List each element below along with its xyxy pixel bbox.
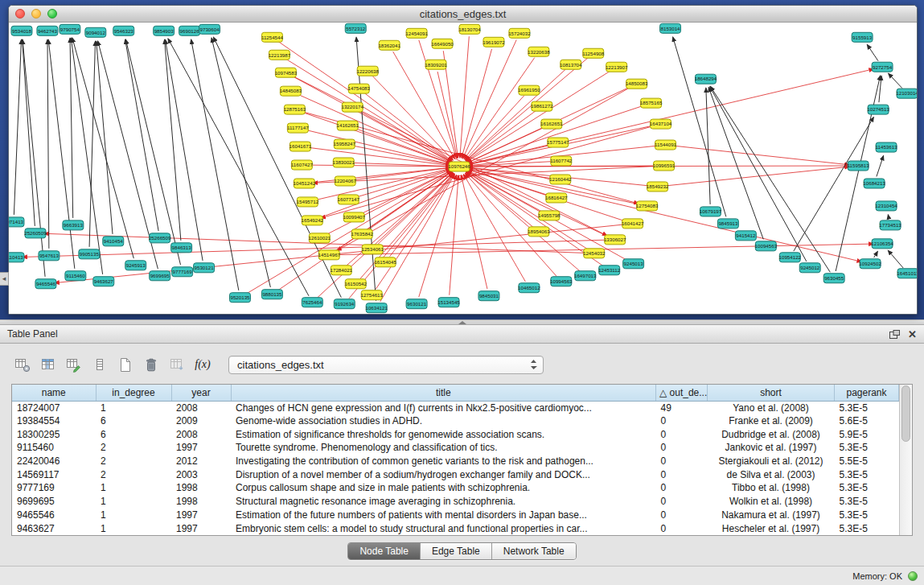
graph-node[interactable]: 9846313 bbox=[171, 243, 192, 253]
graph-node[interactable]: 12213907 bbox=[606, 62, 628, 72]
graph-node[interactable]: 13830021 bbox=[333, 158, 355, 167]
graph-node[interactable]: 11254544 bbox=[261, 32, 284, 42]
graph-node[interactable]: 9845913 bbox=[717, 219, 738, 229]
graph-node[interactable]: 11254908 bbox=[582, 48, 605, 58]
column-header-pagerank[interactable]: pagerank bbox=[835, 385, 899, 401]
table-row[interactable]: 946554611997Estimation of the future num… bbox=[12, 509, 899, 522]
graph-node[interactable]: 19861272 bbox=[531, 101, 553, 111]
graph-node[interactable]: 12213987 bbox=[269, 50, 291, 60]
graph-node[interactable]: 14514967 bbox=[318, 250, 341, 260]
graph-node[interactable]: 10094563 bbox=[755, 241, 778, 251]
graph-node[interactable]: 10954122 bbox=[779, 253, 802, 262]
graph-node[interactable]: 16150542 bbox=[345, 279, 368, 289]
graph-node[interactable]: 10679197 bbox=[700, 207, 722, 216]
graph-node[interactable]: 9272754 bbox=[872, 62, 893, 72]
graph-node[interactable]: 10813704 bbox=[560, 60, 582, 69]
graph-node[interactable]: 9463627 bbox=[93, 277, 114, 286]
graph-node[interactable]: 11453613 bbox=[876, 142, 898, 152]
graph-node[interactable]: 12204067 bbox=[335, 176, 357, 186]
function-builder-button[interactable]: f(x) bbox=[191, 354, 214, 375]
graph-node[interactable]: 15775147 bbox=[547, 138, 569, 147]
table-row[interactable]: 911546021997Tourette syndrome. Phenomeno… bbox=[12, 441, 899, 455]
graph-node[interactable]: 9845031 bbox=[478, 291, 499, 301]
graph-node[interactable]: 18648294 bbox=[695, 74, 717, 84]
graph-node[interactable]: 15495712 bbox=[297, 197, 319, 207]
graph-node[interactable]: 11595813 bbox=[848, 161, 870, 171]
graph-node[interactable]: 15134545 bbox=[437, 298, 460, 307]
table-row[interactable]: 1830029562008Estimation of significance … bbox=[12, 427, 899, 441]
graph-node[interactable]: 18575165 bbox=[640, 98, 663, 108]
close-panel-icon[interactable]: ✕ bbox=[908, 329, 917, 340]
graph-node[interactable]: 9415412 bbox=[735, 231, 756, 241]
new-document-button[interactable] bbox=[114, 354, 137, 375]
graph-node[interactable]: 12160442 bbox=[549, 175, 572, 184]
column-header-out_degree[interactable]: △ out_de... bbox=[656, 385, 708, 401]
column-header-short[interactable]: short bbox=[708, 385, 835, 401]
graph-node[interactable]: 12610021 bbox=[309, 233, 331, 243]
graph-node[interactable]: 16077147 bbox=[338, 195, 360, 204]
network-table-selector[interactable]: citations_edges.txt bbox=[228, 356, 544, 374]
graph-node[interactable]: 10974583 bbox=[275, 68, 298, 77]
graph-node[interactable]: 12534061 bbox=[361, 245, 384, 254]
graph-node[interactable]: 9663913 bbox=[63, 220, 84, 230]
table-row[interactable]: 1456911722003Disruption of a novel membe… bbox=[12, 468, 899, 481]
table-row[interactable]: 969969511998Structural magnetic resonanc… bbox=[12, 495, 899, 509]
graph-node[interactable]: 9630455 bbox=[823, 274, 844, 283]
graph-node[interactable]: 13306027 bbox=[604, 235, 626, 245]
graph-node[interactable]: 18309201 bbox=[425, 60, 447, 69]
graph-node[interactable]: 16154045 bbox=[374, 257, 396, 267]
graph-node[interactable]: 15958247 bbox=[334, 139, 356, 149]
graph-node[interactable]: 16451013 bbox=[897, 269, 917, 278]
graph-node[interactable]: 9630121 bbox=[406, 299, 427, 309]
network-window-titlebar[interactable]: citations_edges.txt bbox=[9, 6, 917, 23]
graph-node[interactable]: 9905135 bbox=[79, 249, 100, 259]
graph-node[interactable]: 16549242 bbox=[302, 216, 324, 225]
graph-node[interactable]: 9410454 bbox=[103, 237, 124, 246]
column-header-in_degree[interactable]: in_degree bbox=[96, 385, 171, 401]
tab-edge-table[interactable]: Edge Table bbox=[420, 543, 491, 559]
graph-node[interactable]: 14754083 bbox=[347, 84, 370, 93]
graph-node[interactable]: 9699695 bbox=[150, 271, 170, 281]
graph-node[interactable]: 9790754 bbox=[60, 24, 80, 34]
graph-node[interactable]: 9465546 bbox=[35, 279, 56, 289]
graph-node[interactable]: 7625464 bbox=[302, 298, 322, 307]
tab-node-table[interactable]: Node Table bbox=[348, 543, 420, 559]
graph-node[interactable]: 10451242 bbox=[294, 179, 316, 188]
graph-node[interactable]: 12103014 bbox=[896, 89, 917, 98]
graph-node[interactable]: 10274513 bbox=[867, 105, 889, 114]
show-columns-button[interactable] bbox=[37, 354, 60, 375]
graph-node[interactable]: 18362041 bbox=[378, 40, 400, 50]
graph-node[interactable]: 14845083 bbox=[280, 86, 302, 96]
column-header-title[interactable]: title bbox=[231, 385, 656, 401]
graph-node[interactable]: 25266509 bbox=[149, 233, 171, 243]
graph-node[interactable]: 18130704 bbox=[458, 24, 481, 34]
graph-node[interactable]: 9520135 bbox=[230, 293, 251, 303]
graph-node[interactable]: 9462743 bbox=[37, 26, 58, 35]
graph-node[interactable]: 9115460 bbox=[65, 271, 86, 281]
tab-network-table[interactable]: Network Table bbox=[491, 543, 576, 559]
graph-node[interactable]: 12310454 bbox=[875, 201, 897, 211]
table-row[interactable]: 977716911998Corpus callosum shape and si… bbox=[12, 481, 899, 495]
graph-node[interactable]: 10634121 bbox=[365, 303, 388, 313]
graph-node[interactable]: 9880135 bbox=[261, 290, 282, 299]
graph-node[interactable]: 10994563 bbox=[550, 277, 573, 286]
graph-node[interactable]: 9854903 bbox=[154, 26, 175, 35]
graph-node[interactable]: 16649050 bbox=[431, 39, 454, 48]
graph-node[interactable]: 9245012 bbox=[799, 263, 820, 273]
graph-node[interactable]: 9110413 bbox=[9, 253, 24, 262]
graph-node[interactable]: 12454032 bbox=[583, 249, 606, 258]
graph-node[interactable]: 8153014 bbox=[660, 23, 681, 33]
graph-node[interactable]: 5572312 bbox=[345, 23, 366, 33]
graph-node[interactable]: 9094012 bbox=[85, 27, 106, 37]
graph-node[interactable]: 12220638 bbox=[356, 66, 379, 76]
table-row[interactable]: 1938455462009Genome-wide association stu… bbox=[12, 414, 899, 428]
table-row[interactable]: 2242004622012Investigating the contribut… bbox=[12, 455, 899, 468]
graph-node[interactable]: 11177147 bbox=[287, 123, 309, 133]
graph-node[interactable]: 17734513 bbox=[879, 220, 901, 230]
graph-node[interactable]: 12754613 bbox=[360, 290, 383, 300]
graph-node[interactable]: 16162651 bbox=[540, 119, 563, 129]
float-panel-icon[interactable] bbox=[889, 330, 900, 339]
graph-node[interactable]: 10924502 bbox=[859, 259, 881, 269]
graph-node[interactable]: 9690126 bbox=[179, 26, 200, 35]
graph-node[interactable]: 19619072 bbox=[483, 37, 505, 47]
